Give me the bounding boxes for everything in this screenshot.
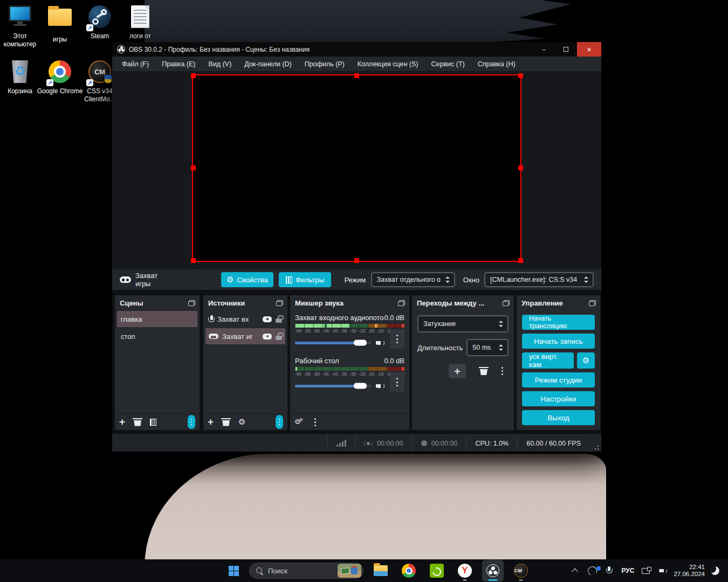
taskbar-icon-nvidia[interactable] (426, 560, 448, 581)
tray-sync-icon[interactable] (586, 563, 599, 578)
filter-icon (286, 276, 292, 283)
source-row-audio-input[interactable]: Захват вх (205, 311, 285, 327)
volume-meter (295, 324, 404, 328)
mixer-menu-button[interactable] (314, 418, 316, 426)
menu-profile[interactable]: Профиль (P) (298, 60, 351, 68)
remove-transition-button[interactable] (480, 367, 487, 375)
maximize-button[interactable] (555, 42, 577, 57)
scene-item[interactable]: стоп (117, 328, 197, 344)
preview-area[interactable] (112, 71, 601, 269)
add-scene-button[interactable]: + (119, 417, 125, 427)
visibility-eye-icon[interactable] (263, 316, 272, 322)
filters-button[interactable]: Фильтры (279, 272, 332, 287)
resize-handle-top-center[interactable] (354, 73, 359, 78)
resize-handle-bottom-right[interactable] (518, 258, 523, 263)
menu-file[interactable]: Файл (F) (115, 60, 155, 68)
title-bar[interactable]: OBS 30.0.2 - Профиль: Без названия - Сце… (112, 42, 601, 57)
record-timer: 00:00:00 (412, 435, 466, 452)
remove-scene-button[interactable] (134, 418, 141, 426)
tray-microphone-icon[interactable] (602, 563, 615, 578)
source-properties-button[interactable]: ⚙ (238, 418, 245, 426)
visibility-eye-icon[interactable] (263, 334, 272, 340)
lock-icon[interactable] (276, 332, 282, 340)
obs-window: OBS 30.0.2 - Профиль: Без названия - Сце… (112, 42, 601, 452)
volume-slider[interactable] (295, 342, 371, 344)
channel-menu-button[interactable] (390, 372, 404, 392)
start-streaming-button[interactable]: Начать трансляцию (522, 315, 595, 330)
resize-grip[interactable] (594, 445, 599, 450)
taskbar-search[interactable]: Поиск (249, 563, 363, 579)
menu-scene-collection[interactable]: Коллекция сцен (S) (351, 60, 425, 68)
channel-menu-button[interactable] (390, 329, 404, 349)
source-row-game-capture[interactable]: Захват иг (205, 328, 285, 344)
menu-view[interactable]: Вид (V) (202, 60, 238, 68)
resize-handle-mid-right[interactable] (518, 165, 523, 170)
controls-title: Управление (521, 299, 563, 307)
slider-handle[interactable] (354, 383, 367, 389)
speaker-icon[interactable] (376, 339, 385, 347)
resize-handle-bottom-center[interactable] (354, 258, 359, 263)
chevron-updown-icon (584, 276, 588, 283)
start-button[interactable] (224, 562, 243, 580)
sources-title: Источники (208, 299, 245, 307)
virtual-camera-button[interactable]: уск вирт. кам (522, 352, 574, 369)
taskbar-icon-cm-launcher[interactable]: CM (510, 560, 532, 581)
resize-handle-top-right[interactable] (518, 73, 523, 78)
menu-edit[interactable]: Правка (E) (155, 60, 202, 68)
obs-logo-icon (117, 45, 125, 53)
popout-icon[interactable] (188, 300, 195, 306)
taskbar-icon-explorer[interactable] (370, 560, 392, 581)
taskbar-icon-obs[interactable] (482, 560, 504, 581)
duration-spinbox[interactable]: 50 ms (466, 339, 509, 356)
popout-icon[interactable] (589, 300, 596, 306)
slider-handle[interactable] (354, 340, 367, 346)
language-indicator[interactable]: РУС (619, 567, 636, 574)
popout-icon[interactable] (398, 300, 405, 306)
minimize-button[interactable]: – (533, 42, 555, 57)
menu-docks[interactable]: Док-панели (D) (238, 60, 298, 68)
taskbar-icon-yandex[interactable]: Y (454, 560, 476, 581)
preview-canvas-source[interactable] (193, 75, 520, 261)
properties-button[interactable]: ⚙ Свойства (221, 272, 273, 287)
mode-combobox[interactable]: Захват отдельного о (371, 272, 455, 287)
desktop-icon-steam[interactable]: ↗ Steam (77, 4, 123, 40)
advanced-audio-button[interactable]: ⚙⚙ (294, 418, 301, 426)
add-source-button[interactable]: + (208, 417, 214, 427)
menu-help[interactable]: Справка (H) (471, 60, 522, 68)
transition-combobox[interactable]: Затухание (417, 315, 509, 332)
volume-slider[interactable] (295, 385, 371, 387)
settings-button[interactable]: Настройки (522, 391, 595, 406)
resize-handle-mid-left[interactable] (191, 165, 196, 170)
window-combobox[interactable]: [CMLauncher.exe]: CS:S v34 (484, 272, 594, 287)
close-button[interactable]: × (577, 42, 601, 57)
scenes-overflow-button[interactable] (188, 415, 195, 429)
add-transition-button[interactable]: + (449, 364, 466, 378)
virtual-camera-settings-button[interactable]: ⚙ (577, 352, 595, 369)
desktop-icon-logs[interactable]: логи от (117, 4, 163, 40)
exit-button[interactable]: Выход (522, 410, 595, 425)
remove-source-button[interactable] (222, 418, 230, 426)
transition-menu-button[interactable] (502, 367, 503, 375)
studio-mode-button[interactable]: Режим студии (522, 372, 595, 387)
menu-tools[interactable]: Сервис (T) (424, 60, 471, 68)
tray-volume-icon[interactable] (657, 563, 670, 578)
microphone-icon (209, 315, 214, 323)
sources-overflow-button[interactable] (276, 415, 283, 429)
tray-moon-icon[interactable] (709, 563, 722, 578)
resize-handle-bottom-left[interactable] (191, 258, 196, 263)
scene-item[interactable]: главка (117, 311, 197, 327)
taskbar-clock[interactable]: 22:41 27.06.2024 (674, 564, 705, 578)
search-daily-image[interactable] (338, 564, 361, 578)
lock-icon[interactable] (276, 315, 282, 323)
popout-icon[interactable] (503, 300, 510, 306)
taskbar-icon-chrome[interactable] (398, 560, 420, 581)
start-recording-button[interactable]: Начать запись (522, 334, 595, 349)
resize-handle-top-left[interactable] (191, 73, 196, 78)
popout-icon[interactable] (276, 300, 283, 306)
speaker-icon[interactable] (376, 382, 385, 390)
tray-chevron-up-icon[interactable] (569, 563, 582, 578)
scenes-panel: Сцены главка стоп + (115, 295, 200, 430)
scene-filters-button[interactable] (150, 419, 156, 426)
tray-network-icon[interactable] (640, 563, 653, 578)
window-title: OBS 30.0.2 - Профиль: Без названия - Сце… (129, 46, 310, 53)
